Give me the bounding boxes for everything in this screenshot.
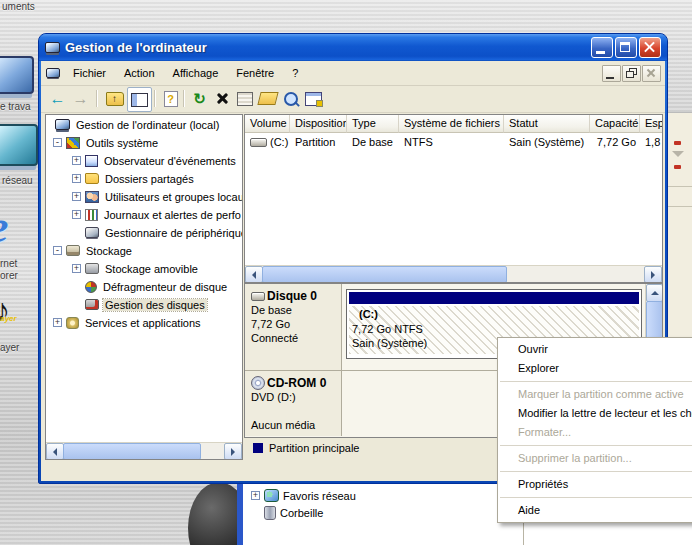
menu-action[interactable]: Action bbox=[115, 62, 164, 84]
scroll-left-button[interactable] bbox=[46, 443, 64, 460]
help-topics-button[interactable]: ? bbox=[159, 87, 182, 110]
tree-item-dossiers-partages[interactable]: + Dossiers partagés bbox=[46, 169, 242, 187]
menu-separator bbox=[500, 381, 692, 382]
new-window-button[interactable] bbox=[302, 87, 325, 110]
partition-type-band bbox=[349, 292, 639, 304]
tree-item-label: Favoris réseau bbox=[283, 490, 356, 502]
column-header-espace[interactable]: Esp bbox=[640, 115, 662, 133]
scroll-left-button[interactable] bbox=[245, 266, 263, 283]
column-header-capacite[interactable]: Capacité bbox=[590, 115, 640, 133]
expand-toggle[interactable]: + bbox=[72, 210, 81, 219]
list-horizontal-scrollbar[interactable] bbox=[245, 265, 662, 282]
disk0-label-panel[interactable]: Disque 0 De base 7,72 Go Connecté bbox=[245, 284, 342, 370]
media-player-icon[interactable]: ♪layer bbox=[0, 292, 10, 329]
tree-item-observateur-evenements[interactable]: + Observateur d'événements bbox=[46, 151, 242, 169]
disk0-type: De base bbox=[251, 303, 341, 317]
scroll-up-button[interactable] bbox=[646, 284, 663, 302]
menu-item-explorer[interactable]: Explorer bbox=[498, 359, 692, 378]
expand-toggle[interactable]: + bbox=[53, 318, 62, 327]
expand-toggle[interactable]: + bbox=[72, 192, 81, 201]
list-header: Volume Disposition Type Système de fichi… bbox=[245, 115, 662, 133]
scroll-right-button[interactable] bbox=[224, 443, 242, 460]
close-button[interactable] bbox=[639, 37, 661, 58]
cdrom-label-panel[interactable]: CD-ROM 0 DVD (D:) Aucun média bbox=[245, 371, 342, 436]
menu-affichage[interactable]: Affichage bbox=[164, 62, 228, 84]
column-header-type[interactable]: Type bbox=[347, 115, 399, 133]
menu-fenetre[interactable]: Fenêtre bbox=[227, 62, 283, 84]
tree-item-gestion-des-disques[interactable]: Gestion des disques bbox=[46, 295, 242, 313]
expand-toggle[interactable]: + bbox=[72, 264, 81, 273]
help-icon: ? bbox=[164, 91, 178, 107]
show-console-tree-button[interactable] bbox=[127, 87, 152, 112]
desktop-label-workstation[interactable]: e trava bbox=[0, 101, 31, 112]
tree-item-outils-systeme[interactable]: - Outils système bbox=[46, 133, 242, 151]
tree-item-favoris-reseau[interactable]: + Favoris réseau bbox=[251, 489, 356, 502]
disk0-size: 7,72 Go bbox=[251, 317, 341, 331]
menu-item-aide[interactable]: Aide bbox=[498, 501, 692, 520]
child-restore-button[interactable] bbox=[622, 65, 641, 82]
scrollbar-thumb[interactable] bbox=[262, 266, 507, 283]
scroll-right-button[interactable] bbox=[644, 266, 662, 283]
tree-item-services-applications[interactable]: + Services et applications bbox=[46, 313, 242, 331]
column-header-volume[interactable]: Volume bbox=[245, 115, 290, 133]
tree-item-stockage-amovible[interactable]: + Stockage amovible bbox=[46, 259, 242, 277]
open-button[interactable] bbox=[256, 87, 279, 110]
divider bbox=[668, 186, 692, 187]
legend-label: Partition principale bbox=[269, 442, 360, 454]
my-computer-icon[interactable] bbox=[0, 56, 34, 94]
column-header-systeme-fichiers[interactable]: Système de fichiers bbox=[399, 115, 504, 133]
tree-item-journaux-alertes[interactable]: + Journaux et alertes de perfo bbox=[46, 205, 242, 223]
tree-item-label: Corbeille bbox=[280, 507, 323, 519]
desktop-label-internet-1[interactable]: rnet bbox=[0, 258, 17, 269]
player-logo-text: layer bbox=[0, 314, 17, 323]
cell-capacite: 7,72 Go bbox=[590, 136, 640, 148]
desktop-label-internet-2[interactable]: orer bbox=[0, 270, 18, 281]
desktop-label-documents[interactable]: uments bbox=[2, 1, 35, 12]
delete-button[interactable] bbox=[211, 87, 234, 110]
tree-item-corbeille[interactable]: Corbeille bbox=[251, 506, 323, 520]
scrollbar-thumb[interactable] bbox=[646, 301, 663, 341]
menu-fichier[interactable]: Fichier bbox=[64, 62, 115, 84]
expand-toggle[interactable]: + bbox=[72, 174, 81, 183]
menu-item-modifier-lettre-lecteur[interactable]: Modifier la lettre de lecteur et les che… bbox=[498, 404, 692, 423]
menu-item-proprietes[interactable]: Propriétés bbox=[498, 475, 692, 494]
menu-aide[interactable]: ? bbox=[283, 62, 307, 84]
up-folder-icon: ↑ bbox=[106, 92, 124, 106]
volume-row-c[interactable]: (C:) Partition De base NTFS Sain (Systèm… bbox=[245, 133, 662, 151]
tree-item-defragmenteur[interactable]: Défragmenteur de disque bbox=[46, 277, 242, 295]
performance-logs-icon bbox=[85, 209, 98, 221]
child-minimize-button[interactable] bbox=[602, 65, 621, 82]
minimize-button[interactable] bbox=[591, 37, 613, 58]
internet-explorer-icon[interactable]: e bbox=[0, 200, 8, 253]
tree-item-label-selected: Gestion des disques bbox=[103, 299, 207, 311]
tree-item-stockage[interactable]: - Stockage bbox=[46, 241, 242, 259]
tree-item-utilisateurs-groupes[interactable]: + Utilisateurs et groupes locaux bbox=[46, 187, 242, 205]
network-neighborhood-icon[interactable] bbox=[0, 124, 38, 166]
cell-statut: Sain (Système) bbox=[504, 136, 590, 148]
refresh-button[interactable]: ↻ bbox=[188, 87, 211, 110]
desktop-label-network[interactable]: réseau bbox=[2, 175, 33, 186]
column-header-disposition[interactable]: Disposition bbox=[290, 115, 347, 133]
scrollbar-thumb[interactable] bbox=[63, 443, 201, 460]
back-button[interactable]: ← bbox=[46, 87, 69, 110]
cd-rom-icon bbox=[251, 376, 265, 390]
tree-root-computer-management[interactable]: Gestion de l'ordinateur (local) bbox=[46, 115, 242, 133]
cell-type: De base bbox=[347, 136, 399, 148]
collapse-toggle[interactable]: - bbox=[53, 138, 62, 147]
title-bar[interactable]: Gestion de l'ordinateur bbox=[39, 34, 667, 61]
find-button[interactable] bbox=[279, 87, 302, 110]
up-folder-button[interactable]: ↑ bbox=[103, 87, 126, 110]
toolbar-separator bbox=[183, 90, 184, 107]
tree-horizontal-scrollbar[interactable] bbox=[46, 442, 242, 459]
expand-toggle[interactable]: + bbox=[251, 491, 260, 500]
desktop-label-player[interactable]: ayer bbox=[0, 342, 19, 353]
column-header-statut[interactable]: Statut bbox=[504, 115, 590, 133]
menu-item-ouvrir[interactable]: Ouvrir bbox=[498, 340, 692, 359]
tree-item-gestionnaire-peripheriques[interactable]: Gestionnaire de périphériques bbox=[46, 223, 242, 241]
properties-button[interactable] bbox=[233, 87, 256, 110]
collapse-toggle[interactable]: - bbox=[53, 246, 62, 255]
services-icon bbox=[66, 317, 79, 329]
expand-toggle[interactable]: + bbox=[72, 156, 81, 165]
mdi-child-icon[interactable] bbox=[46, 68, 60, 78]
maximize-button[interactable] bbox=[615, 37, 637, 58]
